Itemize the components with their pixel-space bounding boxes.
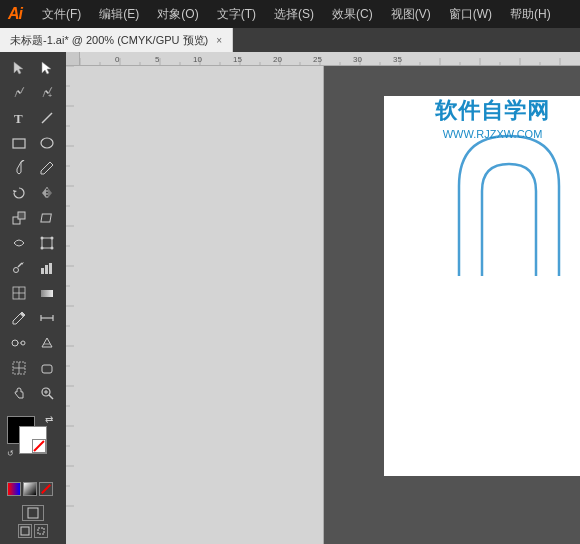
live-paint-tool[interactable] <box>33 331 61 355</box>
gradient-tool[interactable] <box>33 281 61 305</box>
svg-rect-16 <box>41 268 44 274</box>
blend-tool[interactable] <box>5 331 33 355</box>
toolbar: + T <box>0 52 66 544</box>
column-graph-tool[interactable] <box>33 256 61 280</box>
svg-point-13 <box>41 247 44 250</box>
paintbrush-tool[interactable] <box>5 156 33 180</box>
svg-point-12 <box>51 237 54 240</box>
hand-tool[interactable] <box>5 381 33 405</box>
slice-tool[interactable] <box>5 356 33 380</box>
active-tab[interactable]: 未标题-1.ai* @ 200% (CMYK/GPU 预览) × <box>0 28 233 52</box>
horizontal-ruler: 0 5 10 15 20 25 30 35 <box>80 52 580 66</box>
color-mode-button[interactable] <box>7 482 21 496</box>
svg-text:15: 15 <box>233 55 242 64</box>
swap-colors-button[interactable]: ⇄ <box>45 414 53 425</box>
tab-label: 未标题-1.ai* @ 200% (CMYK/GPU 预览) <box>10 33 208 48</box>
tab-bar: 未标题-1.ai* @ 200% (CMYK/GPU 预览) × <box>0 28 580 52</box>
scale-tools-row <box>5 206 61 230</box>
scale-tool[interactable] <box>5 206 33 230</box>
draw-back-button[interactable] <box>18 524 32 538</box>
svg-rect-8 <box>18 212 25 219</box>
stroke-color[interactable] <box>19 426 47 454</box>
draw-inside-button[interactable] <box>34 524 48 538</box>
draw-normal-button[interactable] <box>22 505 44 521</box>
selection-tool[interactable] <box>5 56 33 80</box>
svg-point-15 <box>14 268 19 273</box>
svg-line-34 <box>49 395 53 399</box>
draw-options-row <box>18 524 48 538</box>
ruler-corner <box>66 52 80 66</box>
svg-line-2 <box>42 113 52 123</box>
svg-text:5: 5 <box>155 55 160 64</box>
svg-rect-17 <box>45 265 48 274</box>
svg-text:30: 30 <box>353 55 362 64</box>
rectangle-tool[interactable] <box>5 131 33 155</box>
slice-tools-row <box>5 356 61 380</box>
selection-tools-row <box>5 56 61 80</box>
shear-tool[interactable] <box>33 206 61 230</box>
ai-logo: Ai <box>8 5 22 23</box>
type-tools-row: T <box>5 106 61 130</box>
eraser-tool[interactable] <box>33 356 61 380</box>
none-mode-button[interactable] <box>39 482 53 496</box>
eyedropper-tool[interactable] <box>5 306 33 330</box>
warp-tools-row <box>5 231 61 255</box>
gradient-mode-button[interactable] <box>23 482 37 496</box>
measure-tool[interactable] <box>33 306 61 330</box>
blend-tools-row <box>5 331 61 355</box>
svg-rect-3 <box>13 139 25 148</box>
symbol-tools-row <box>5 256 61 280</box>
ruler-row: 0 5 10 15 20 25 30 35 <box>66 52 580 66</box>
tab-close-button[interactable]: × <box>216 35 222 46</box>
shape-tools-row <box>5 131 61 155</box>
rotate-tools-row <box>5 181 61 205</box>
canvas-scroll-area[interactable]: 软件自学网 WWW.RJZXW.COM <box>324 66 581 544</box>
menu-help[interactable]: 帮助(H) <box>502 4 559 25</box>
line-tool[interactable] <box>33 106 61 130</box>
artboard <box>384 96 581 476</box>
pen-tools-row: + <box>5 81 61 105</box>
warp-tool[interactable] <box>5 231 33 255</box>
mesh-tool[interactable] <box>5 281 33 305</box>
menu-text[interactable]: 文字(T) <box>209 4 264 25</box>
color-boxes: ⇄ ↺ <box>7 416 49 454</box>
svg-rect-9 <box>41 214 51 222</box>
eyedropper-tools-row <box>5 306 61 330</box>
zoom-tools-row <box>5 381 61 405</box>
brush-tools-row <box>5 156 61 180</box>
add-anchor-tool[interactable]: + <box>33 81 61 105</box>
canvas-and-vruler: 0 5 10 15 20 25 30 35 <box>66 66 580 544</box>
menu-view[interactable]: 视图(V) <box>383 4 439 25</box>
svg-point-14 <box>51 247 54 250</box>
color-mode-row <box>7 482 59 496</box>
svg-rect-22 <box>41 290 53 297</box>
symbol-sprayer-tool[interactable] <box>5 256 33 280</box>
rotate-tool[interactable] <box>5 181 33 205</box>
pen-tool[interactable] <box>5 81 33 105</box>
svg-point-26 <box>12 340 18 346</box>
menu-window[interactable]: 窗口(W) <box>441 4 500 25</box>
svg-text:0: 0 <box>115 55 120 64</box>
svg-text:35: 35 <box>393 55 402 64</box>
menu-effect[interactable]: 效果(C) <box>324 4 381 25</box>
svg-text:T: T <box>14 111 23 126</box>
watermark-title: 软件自学网 <box>435 96 550 126</box>
free-transform-tool[interactable] <box>33 231 61 255</box>
menu-file[interactable]: 文件(F) <box>34 4 89 25</box>
reset-colors-button[interactable]: ↺ <box>7 449 14 458</box>
zoom-tool[interactable] <box>33 381 61 405</box>
watermark-url: WWW.RJZXW.COM <box>435 128 550 140</box>
svg-rect-37 <box>28 508 38 518</box>
type-tool[interactable]: T <box>5 106 33 130</box>
ellipse-tool[interactable] <box>33 131 61 155</box>
direct-selection-tool[interactable] <box>33 56 61 80</box>
menu-object[interactable]: 对象(O) <box>149 4 206 25</box>
menu-select[interactable]: 选择(S) <box>266 4 322 25</box>
pencil-tool[interactable] <box>33 156 61 180</box>
svg-text:+: + <box>48 92 52 99</box>
menu-edit[interactable]: 编辑(E) <box>91 4 147 25</box>
reflect-tool[interactable] <box>33 181 61 205</box>
mesh-tools-row <box>5 281 61 305</box>
canvas-container: 0 5 10 15 20 25 30 35 <box>66 52 580 544</box>
main-area: + T <box>0 52 580 544</box>
